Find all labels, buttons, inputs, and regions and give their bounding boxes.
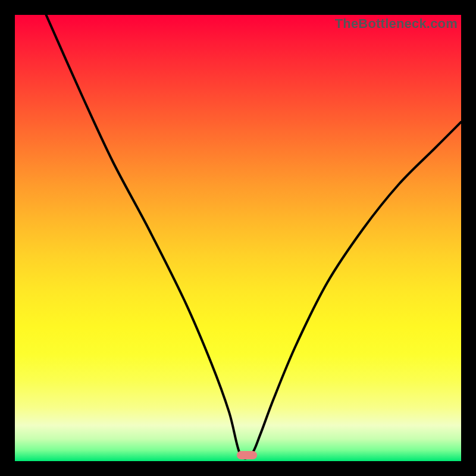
plot-area: TheBottleneck.com xyxy=(15,15,461,461)
bottleneck-curve xyxy=(15,15,461,461)
curve-path xyxy=(46,15,462,459)
valley-marker xyxy=(237,451,257,459)
watermark-text: TheBottleneck.com xyxy=(335,16,458,32)
chart-frame: TheBottleneck.com xyxy=(0,0,476,476)
